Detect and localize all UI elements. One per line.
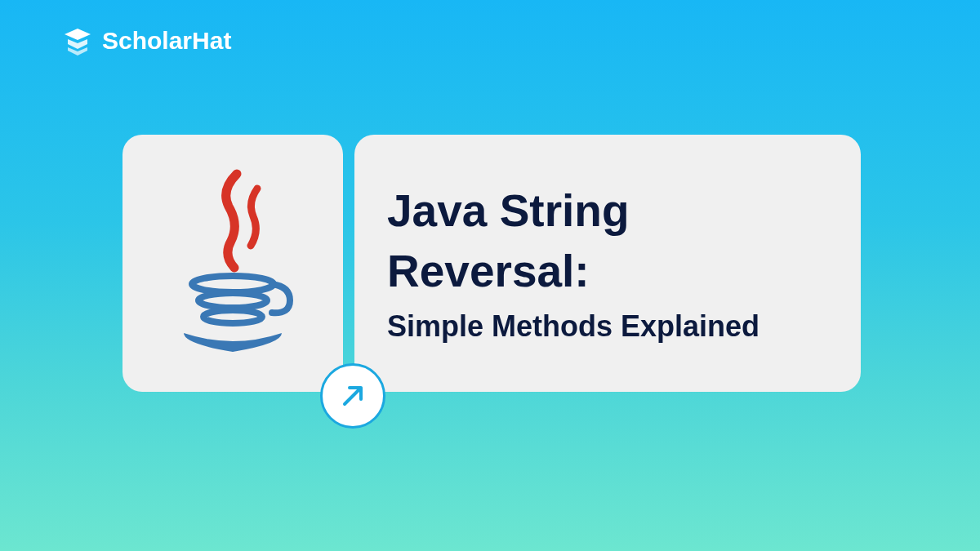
brand-name: ScholarHat [102, 27, 231, 55]
java-logo-card [122, 135, 343, 392]
svg-point-1 [198, 293, 267, 308]
arrow-badge [320, 363, 385, 429]
svg-point-2 [203, 310, 262, 323]
subtitle: Simple Methods Explained [387, 308, 828, 346]
scholarhat-logo-icon [61, 24, 94, 57]
title-card: Java String Reversal: Simple Methods Exp… [354, 135, 861, 392]
arrow-up-right-icon [338, 381, 368, 411]
main-title: Java String Reversal: [387, 180, 828, 302]
brand-logo: ScholarHat [61, 24, 231, 57]
main-content: Java String Reversal: Simple Methods Exp… [122, 135, 861, 392]
java-logo-icon [159, 166, 306, 362]
